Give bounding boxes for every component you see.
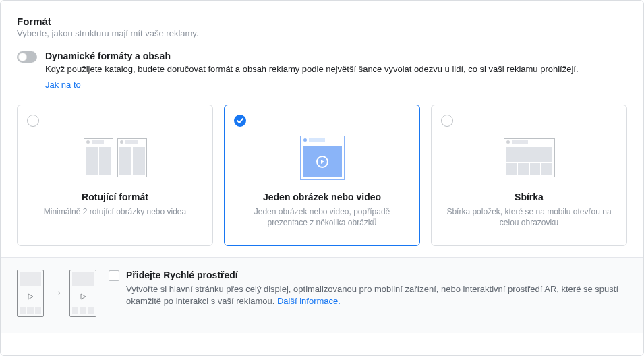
more-info-link[interactable]: Další informace. [277,296,341,306]
dynamic-formats-row: Dynamické formáty a obsah Když použijete… [17,51,627,90]
dynamic-formats-desc: Když použijete katalog, budete doručovat… [45,63,579,76]
dynamic-formats-toggle[interactable] [17,51,37,63]
format-section: Formát Vyberte, jakou strukturu mají mít… [0,0,644,356]
dynamic-formats-title: Dynamické formáty a obsah [45,51,579,61]
single-title: Jeden obrázek nebo video [237,191,407,202]
collection-title: Sbírka [444,191,614,202]
dynamic-formats-text: Dynamické formáty a obsah Když použijete… [45,51,579,90]
format-card-carousel[interactable]: Rotující formát Minimálně 2 rotující obr… [17,105,213,246]
format-card-single[interactable]: Jeden obrázek nebo video Jeden obrázek n… [224,105,420,246]
collection-desc: Sbírka položek, které se na mobilu otevř… [444,206,614,229]
instant-experience-desc: Vytvořte si hlavní stránku přes celý dis… [126,283,627,307]
play-icon [27,293,34,300]
section-title: Formát [17,16,627,27]
dynamic-formats-howto-link[interactable]: Jak na to [45,80,81,90]
radio-collection[interactable] [441,115,453,127]
arrow-right-icon: → [51,286,63,300]
single-desc: Jeden obrázek nebo video, popřípadě prez… [237,206,407,229]
instant-experience-checkbox[interactable] [109,270,119,281]
toggle-knob [18,53,27,61]
carousel-illustration [30,134,200,182]
section-subtitle: Vyberte, jakou strukturu mají mít vaše r… [17,28,627,38]
carousel-desc: Minimálně 2 rotující obrázky nebo videa [30,206,200,218]
play-icon [80,293,86,300]
play-icon [316,156,328,168]
instant-experience-title: Přidejte Rychlé prostředí [126,270,627,280]
instant-experience-footer: → Přidejte Rychlé prostředí Vytvořte si … [1,257,643,333]
collection-illustration [444,134,614,182]
format-cards: Rotující formát Minimálně 2 rotující obr… [17,105,627,246]
radio-single[interactable] [234,115,246,127]
instant-experience-illustration: → [17,270,96,317]
single-illustration [237,134,407,182]
radio-carousel[interactable] [27,115,39,127]
carousel-title: Rotující formát [30,191,200,202]
format-card-collection[interactable]: Sbírka Sbírka položek, které se na mobil… [431,105,627,246]
check-icon [237,117,243,124]
